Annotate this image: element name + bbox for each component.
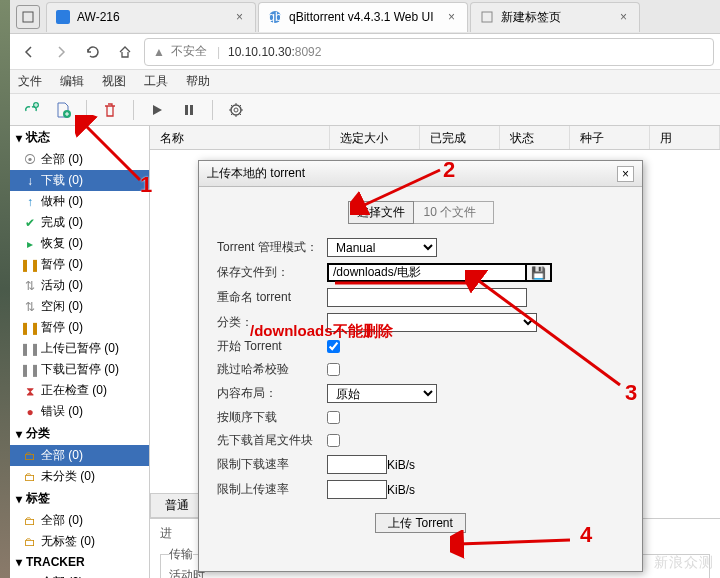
col-seeds[interactable]: 种子 bbox=[570, 126, 650, 149]
sidebar-item-active[interactable]: ⇅活动 (0) bbox=[10, 275, 149, 296]
back-button[interactable] bbox=[16, 39, 42, 65]
forward-button[interactable] bbox=[48, 39, 74, 65]
col-done[interactable]: 已完成 bbox=[420, 126, 500, 149]
watermark: 新浪众测 bbox=[654, 554, 714, 572]
sidebar-category-header[interactable]: ▾分类 bbox=[10, 422, 149, 445]
sidebar-tracker-all[interactable]: ◉全部 (0) bbox=[10, 572, 149, 578]
sidebar-item-resumed[interactable]: ▸恢复 (0) bbox=[10, 233, 149, 254]
browser-tab-active[interactable]: qb qBittorrent v4.4.3.1 Web UI × bbox=[258, 2, 468, 32]
close-icon[interactable]: × bbox=[232, 10, 247, 24]
svg-rect-1 bbox=[56, 10, 70, 24]
sidebar-tracker-header[interactable]: ▾TRACKER bbox=[10, 552, 149, 572]
delete-button[interactable] bbox=[97, 97, 123, 123]
sidebar-cat-uncategorized[interactable]: 🗀未分类 (0) bbox=[10, 466, 149, 487]
sidebar-tag-all[interactable]: 🗀全部 (0) bbox=[10, 510, 149, 531]
col-status[interactable]: 状态 bbox=[500, 126, 570, 149]
sidebar-item-seeding[interactable]: ↑做种 (0) bbox=[10, 191, 149, 212]
settings-button[interactable] bbox=[223, 97, 249, 123]
start-button[interactable] bbox=[144, 97, 170, 123]
pause-icon bbox=[182, 103, 196, 117]
start-checkbox[interactable] bbox=[327, 340, 340, 353]
menu-tools[interactable]: 工具 bbox=[144, 73, 168, 90]
tab-title: qBittorrent v4.4.3.1 Web UI bbox=[289, 10, 444, 24]
tab-favicon-icon bbox=[55, 9, 71, 25]
save-path-input[interactable] bbox=[327, 263, 527, 282]
add-link-button[interactable] bbox=[18, 97, 44, 123]
updown-icon: ⇅ bbox=[24, 301, 36, 313]
menu-help[interactable]: 帮助 bbox=[186, 73, 210, 90]
sidebar-item-completed[interactable]: ✔完成 (0) bbox=[10, 212, 149, 233]
file-count-label: 10 个文件 bbox=[414, 201, 494, 224]
chevron-down-icon: ▾ bbox=[16, 131, 22, 145]
sidebar-item-download-paused[interactable]: ❚❚下载已暂停 (0) bbox=[10, 359, 149, 380]
layout-select[interactable]: 原始 bbox=[327, 384, 437, 403]
sidebar-item-upload-paused[interactable]: ❚❚上传已暂停 (0) bbox=[10, 338, 149, 359]
up-arrow-icon: ↑ bbox=[24, 196, 36, 208]
dl-limit-unit: KiB/s bbox=[387, 458, 415, 472]
app-menu-bar: 文件 编辑 视图 工具 帮助 bbox=[10, 70, 720, 94]
home-button[interactable] bbox=[112, 39, 138, 65]
pause-icon: ❚❚ bbox=[24, 364, 36, 376]
arrow-right-icon bbox=[53, 44, 69, 60]
sidebar-item-all[interactable]: ⦿全部 (0) bbox=[10, 149, 149, 170]
sidebar-tags-header[interactable]: ▾标签 bbox=[10, 487, 149, 510]
mode-select[interactable]: Manual bbox=[327, 238, 437, 257]
tab-general[interactable]: 普通 bbox=[150, 493, 204, 518]
close-icon[interactable]: × bbox=[444, 10, 459, 24]
col-name[interactable]: 名称 bbox=[150, 126, 330, 149]
dl-limit-label: 限制下载速率 bbox=[217, 456, 327, 473]
sidebar-tag-none[interactable]: 🗀无标签 (0) bbox=[10, 531, 149, 552]
filter-icon: ⦿ bbox=[24, 154, 36, 166]
url-separator: | bbox=[217, 45, 220, 59]
browser-tab[interactable]: 新建标签页 × bbox=[470, 2, 640, 32]
dialog-titlebar[interactable]: 上传本地的 torrent × bbox=[199, 161, 642, 187]
save-icon[interactable]: 💾 bbox=[527, 263, 552, 282]
choose-file-button[interactable]: 选择文件 bbox=[348, 201, 414, 224]
folder-icon: 🗀 bbox=[24, 471, 36, 483]
sidebar-item-paused[interactable]: ❚❚暂停 (0) bbox=[10, 254, 149, 275]
skip-hash-checkbox[interactable] bbox=[327, 363, 340, 376]
menu-view[interactable]: 视图 bbox=[102, 73, 126, 90]
sidebar-item-downloading[interactable]: ↓下载 (0) bbox=[10, 170, 149, 191]
col-user[interactable]: 用 bbox=[650, 126, 720, 149]
save-path-label: 保存文件到： bbox=[217, 264, 327, 281]
sidebar-item-inactive[interactable]: ⇅空闲 (0) bbox=[10, 296, 149, 317]
separator bbox=[212, 100, 213, 120]
sidebar-item-checking[interactable]: ⧗正在检查 (0) bbox=[10, 380, 149, 401]
ul-limit-input[interactable] bbox=[327, 480, 387, 499]
url-input[interactable]: ▲ 不安全 | 10.10.10.30:8092 bbox=[144, 38, 714, 66]
svg-rect-4 bbox=[482, 12, 492, 22]
home-icon bbox=[117, 44, 133, 60]
sidebar-item-errored[interactable]: ●错误 (0) bbox=[10, 401, 149, 422]
upload-torrent-button[interactable]: 上传 Torrent bbox=[375, 513, 466, 533]
col-size[interactable]: 选定大小 bbox=[330, 126, 420, 149]
svg-point-10 bbox=[234, 108, 238, 112]
warning-icon: ▲ bbox=[153, 45, 165, 59]
menu-file[interactable]: 文件 bbox=[18, 73, 42, 90]
tab-title: AW-216 bbox=[77, 10, 232, 24]
dialog-close-button[interactable]: × bbox=[617, 166, 634, 182]
svg-text:qb: qb bbox=[268, 10, 282, 24]
qb-favicon-icon: qb bbox=[267, 9, 283, 25]
browser-tab[interactable]: AW-216 × bbox=[46, 2, 256, 32]
sequential-label: 按顺序下载 bbox=[217, 409, 327, 426]
close-icon[interactable]: × bbox=[616, 10, 631, 24]
window-menu-button[interactable] bbox=[16, 5, 40, 29]
tab-title: 新建标签页 bbox=[501, 9, 616, 26]
rename-input[interactable] bbox=[327, 288, 527, 307]
sidebar: ▾状态 ⦿全部 (0) ↓下载 (0) ↑做种 (0) ✔完成 (0) ▸恢复 … bbox=[10, 126, 150, 578]
sequential-checkbox[interactable] bbox=[327, 411, 340, 424]
play-icon bbox=[150, 103, 164, 117]
add-torrent-button[interactable] bbox=[50, 97, 76, 123]
first-last-checkbox[interactable] bbox=[327, 434, 340, 447]
url-text: 10.10.10.30:8092 bbox=[228, 45, 321, 59]
rename-label: 重命名 torrent bbox=[217, 289, 327, 306]
dl-limit-input[interactable] bbox=[327, 455, 387, 474]
menu-edit[interactable]: 编辑 bbox=[60, 73, 84, 90]
sidebar-status-header[interactable]: ▾状态 bbox=[10, 126, 149, 149]
chevron-down-icon: ▾ bbox=[16, 427, 22, 441]
pause-button[interactable] bbox=[176, 97, 202, 123]
sidebar-item-stalled[interactable]: ❚❚暂停 (0) bbox=[10, 317, 149, 338]
refresh-button[interactable] bbox=[80, 39, 106, 65]
sidebar-cat-all[interactable]: 🗀全部 (0) bbox=[10, 445, 149, 466]
